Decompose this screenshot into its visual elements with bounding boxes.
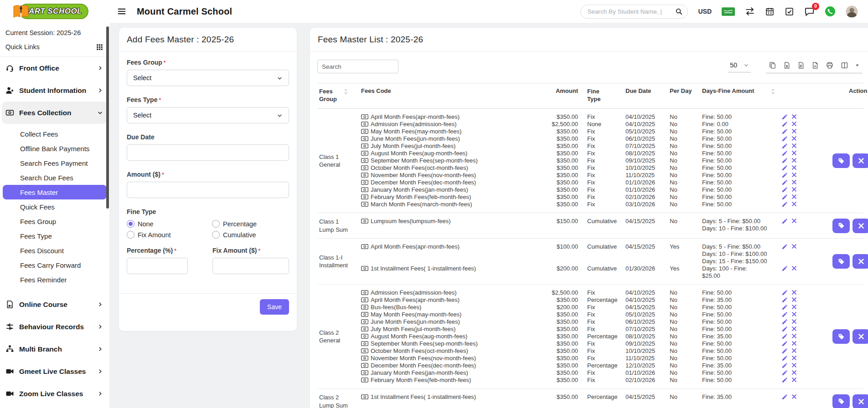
- edit-icon[interactable]: [781, 186, 788, 193]
- delete-icon[interactable]: [791, 289, 797, 295]
- assign-fees-button[interactable]: [832, 254, 850, 269]
- delete-group-button[interactable]: [852, 254, 868, 269]
- delete-icon[interactable]: [791, 340, 797, 346]
- sidebar-item-student-information[interactable]: Student Information: [0, 79, 109, 102]
- delete-icon[interactable]: [791, 194, 797, 199]
- edit-icon[interactable]: [781, 172, 788, 178]
- avatar[interactable]: [846, 5, 858, 18]
- sidebar-item-fees-collection[interactable]: Fees Collection: [2, 102, 108, 124]
- col-per-day[interactable]: Per Day: [662, 87, 698, 103]
- edit-icon[interactable]: [781, 311, 788, 318]
- delete-icon[interactable]: [791, 201, 797, 207]
- assign-fees-button[interactable]: [832, 219, 850, 233]
- sidebar-item-gmeet-live-classes[interactable]: Gmeet Live Classes: [0, 360, 109, 382]
- edit-icon[interactable]: [781, 377, 788, 383]
- delete-icon[interactable]: [791, 143, 797, 148]
- delete-icon[interactable]: [791, 150, 797, 156]
- delete-icon[interactable]: [791, 311, 797, 317]
- assign-fees-button[interactable]: [832, 394, 850, 408]
- delete-icon[interactable]: [791, 369, 797, 375]
- delete-icon[interactable]: [791, 157, 797, 163]
- caret-down-icon[interactable]: [855, 63, 859, 67]
- delete-icon[interactable]: [791, 243, 797, 249]
- delete-icon[interactable]: [791, 172, 797, 178]
- sidebar-scrollbar[interactable]: [106, 26, 109, 209]
- fees-type-select[interactable]: Select: [127, 107, 289, 123]
- col-due-date[interactable]: Due Date: [618, 87, 662, 103]
- edit-icon[interactable]: [781, 289, 788, 296]
- smart-school-logo[interactable]: SMART SCHOOL: [13, 3, 89, 20]
- edit-icon[interactable]: [781, 326, 788, 332]
- sidebar-item-zoom-live-classes[interactable]: Zoom Live Classes: [0, 382, 109, 405]
- search-icon[interactable]: [675, 8, 683, 15]
- edit-icon[interactable]: [781, 128, 788, 135]
- delete-group-button[interactable]: [852, 394, 868, 408]
- delete-icon[interactable]: [791, 218, 797, 224]
- edit-icon[interactable]: [781, 150, 788, 157]
- assign-fees-button[interactable]: [832, 153, 850, 168]
- flag-icon[interactable]: [722, 7, 735, 16]
- fine-type-radio-percentage[interactable]: Percentage: [212, 220, 289, 228]
- save-button[interactable]: Save: [260, 299, 289, 315]
- edit-icon[interactable]: [781, 218, 788, 224]
- delete-icon[interactable]: [791, 393, 797, 399]
- check-square-icon[interactable]: [785, 7, 794, 16]
- currency-selector[interactable]: USD: [698, 8, 712, 15]
- global-search-input[interactable]: [587, 8, 675, 15]
- delete-icon[interactable]: [791, 186, 797, 192]
- sidebar-item-fees-carry-forward[interactable]: Fees Carry Forward: [20, 258, 109, 272]
- edit-icon[interactable]: [781, 164, 788, 171]
- delete-icon[interactable]: [791, 304, 797, 310]
- col-fees-code[interactable]: Fees Code: [361, 87, 538, 103]
- delete-group-button[interactable]: [852, 219, 868, 233]
- menu-toggle-icon[interactable]: [117, 6, 127, 16]
- sidebar-item-online-course[interactable]: Online Course: [0, 293, 109, 316]
- edit-icon[interactable]: [781, 179, 788, 186]
- edit-icon[interactable]: [781, 243, 788, 250]
- edit-icon[interactable]: [781, 333, 788, 340]
- fees-group-select[interactable]: Select: [127, 70, 289, 86]
- delete-icon[interactable]: [791, 333, 797, 339]
- edit-icon[interactable]: [781, 362, 788, 369]
- edit-icon[interactable]: [781, 135, 788, 142]
- edit-icon[interactable]: [781, 121, 788, 128]
- edit-icon[interactable]: [781, 194, 788, 200]
- delete-icon[interactable]: [791, 355, 797, 361]
- edit-icon[interactable]: [781, 143, 788, 149]
- sidebar-item-offline-bank-payments[interactable]: Offline Bank Payments: [20, 141, 109, 156]
- amount-input[interactable]: [127, 182, 289, 198]
- delete-icon[interactable]: [791, 121, 797, 127]
- delete-icon[interactable]: [791, 318, 797, 324]
- due-date-input[interactable]: [127, 144, 289, 161]
- delete-icon[interactable]: [791, 326, 797, 332]
- col-amount[interactable]: Amount: [538, 87, 580, 103]
- swap-icon[interactable]: [745, 6, 755, 16]
- delete-icon[interactable]: [791, 113, 797, 119]
- assign-fees-button[interactable]: [832, 329, 850, 344]
- sidebar-item-fees-discount[interactable]: Fees Discount: [20, 243, 109, 258]
- delete-icon[interactable]: [791, 179, 797, 185]
- columns-icon[interactable]: [841, 61, 848, 69]
- page-size-select[interactable]: 50: [728, 61, 751, 72]
- sidebar-item-front-office[interactable]: Front Office: [0, 57, 109, 79]
- edit-icon[interactable]: [781, 304, 788, 311]
- sidebar-item-collect-fees[interactable]: Collect Fees: [20, 127, 109, 141]
- delete-icon[interactable]: [791, 135, 797, 141]
- sidebar-item-fees-reminder[interactable]: Fees Reminder: [20, 272, 109, 287]
- sidebar-item-search-fees-payment[interactable]: Search Fees Payment: [20, 156, 109, 170]
- edit-icon[interactable]: [781, 201, 788, 208]
- delete-icon[interactable]: [791, 128, 797, 134]
- edit-icon[interactable]: [781, 355, 788, 362]
- fine-type-radio-none[interactable]: None: [127, 220, 212, 228]
- edit-icon[interactable]: [781, 157, 788, 164]
- edit-icon[interactable]: [781, 393, 788, 400]
- percentage-input[interactable]: [127, 258, 188, 274]
- sidebar-item-fees-group[interactable]: Fees Group: [20, 214, 109, 229]
- col-fine-type[interactable]: Fine Type: [580, 87, 618, 103]
- fix-amount-input[interactable]: [212, 258, 289, 274]
- col-days-fine[interactable]: Days-Fine Amount: [698, 87, 778, 103]
- delete-group-button[interactable]: [852, 329, 868, 344]
- sidebar-item-multi-branch[interactable]: Multi Branch: [0, 338, 109, 360]
- delete-icon[interactable]: [791, 377, 797, 382]
- delete-icon[interactable]: [791, 164, 797, 170]
